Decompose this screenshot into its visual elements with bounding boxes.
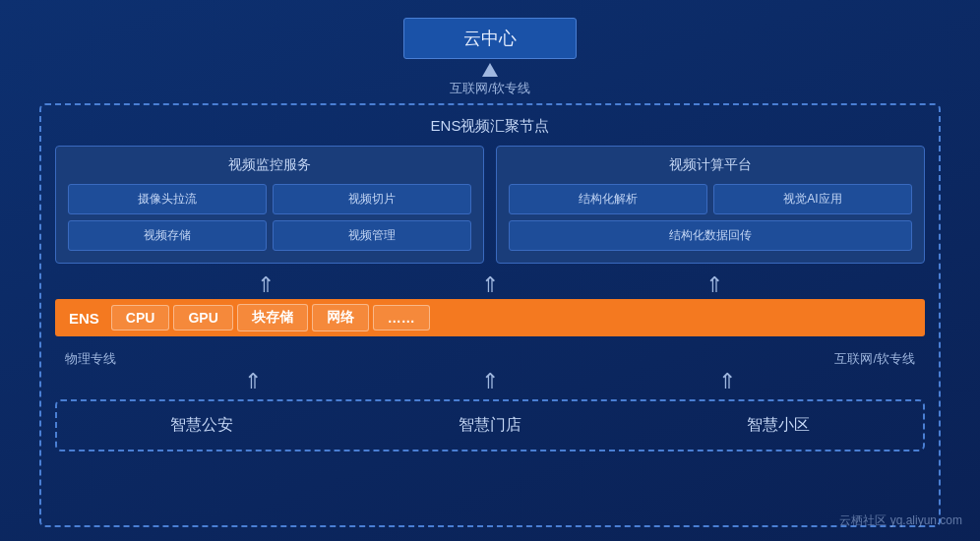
- connector-arrow-2: ⇑: [481, 272, 499, 298]
- ens-outer-box: ENS视频汇聚节点 视频监控服务 摄像头拉流 视频切片 视频存储 视频管理 视频…: [39, 103, 941, 527]
- arrow-up-icon: [482, 63, 498, 77]
- internet-bottom-label: 互联网/软专线: [834, 350, 915, 368]
- ens-bar-gpu: GPU: [173, 305, 232, 331]
- connector-arrow-1: ⇑: [257, 272, 275, 298]
- device-smart-community: 智慧小区: [747, 415, 810, 436]
- service-item-struct: 结构化解析: [509, 184, 707, 214]
- video-monitor-grid: 摄像头拉流 视频切片 视频存储 视频管理: [68, 184, 471, 251]
- ens-bar-network: 网络: [312, 304, 369, 331]
- service-item-manage: 视频管理: [273, 220, 471, 251]
- physical-line-label: 物理专线: [65, 350, 116, 368]
- ens-title: ENS视频汇聚节点: [55, 117, 925, 136]
- internet-top-label: 互联网/软专线: [450, 80, 530, 97]
- ens-bar-more: ……: [373, 305, 430, 331]
- service-item-camera: 摄像头拉流: [68, 184, 267, 214]
- services-row: 视频监控服务 摄像头拉流 视频切片 视频存储 视频管理 视频计算平台 结构化解析…: [55, 146, 925, 264]
- service-item-storage: 视频存储: [68, 220, 267, 251]
- watermark: 云栖社区 yq.aliyun.com: [839, 512, 962, 529]
- video-monitor-title: 视频监控服务: [68, 156, 471, 174]
- down-arrow-1: ⇑: [244, 369, 262, 394]
- service-item-data-return: 结构化数据回传: [509, 220, 912, 251]
- device-smart-police: 智慧公安: [170, 415, 233, 436]
- cloud-center-label: 云中心: [463, 29, 517, 48]
- down-arrow-2: ⇑: [481, 369, 499, 394]
- page-wrapper: 云中心 互联网/软专线 ENS视频汇聚节点 视频监控服务 摄像头拉流 视频切片 …: [0, 0, 980, 541]
- service-item-clip: 视频切片: [273, 184, 471, 214]
- internet-label-top: 互联网/软专线: [450, 63, 530, 97]
- bar-to-device-connectors: ⇑ ⇑ ⇑: [55, 368, 925, 395]
- down-arrow-3: ⇑: [718, 369, 736, 394]
- ens-bar-ens-label: ENS: [61, 306, 107, 331]
- video-monitor-panel: 视频监控服务 摄像头拉流 视频切片 视频存储 视频管理: [55, 146, 484, 264]
- cloud-center-box: 云中心: [403, 18, 577, 59]
- ens-bar-block-storage: 块存储: [237, 304, 308, 331]
- video-compute-title: 视频计算平台: [509, 156, 912, 174]
- ens-bar-cpu: CPU: [111, 305, 170, 331]
- bottom-labels-row: 物理专线 互联网/软专线: [55, 350, 925, 368]
- connector-arrow-3: ⇑: [705, 272, 723, 298]
- video-compute-grid: 结构化解析 视觉AI应用 结构化数据回传: [509, 184, 912, 251]
- service-to-bar-connectors: ⇑ ⇑ ⇑: [55, 271, 925, 299]
- video-compute-panel: 视频计算平台 结构化解析 视觉AI应用 结构化数据回传: [496, 146, 925, 264]
- device-smart-store: 智慧门店: [459, 415, 521, 436]
- bottom-devices-box: 智慧公安 智慧门店 智慧小区: [55, 399, 925, 451]
- ens-resource-bar: ENS CPU GPU 块存储 网络 ……: [55, 299, 925, 336]
- service-item-ai: 视觉AI应用: [713, 184, 912, 214]
